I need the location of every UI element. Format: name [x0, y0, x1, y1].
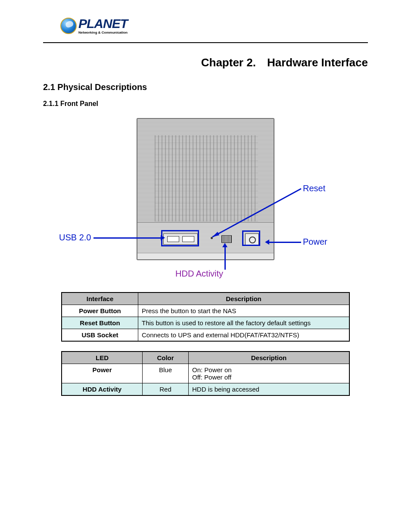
- header-divider: [43, 42, 368, 43]
- callout-label-hdd-activity: HDD Activity: [175, 269, 223, 279]
- arrow-icon: [222, 243, 227, 247]
- callout-line: [93, 237, 162, 239]
- table-row: PowerBlueOn: Power on Off: Power off: [62, 364, 349, 383]
- row-color: Blue: [143, 364, 189, 383]
- row-label: Reset Button: [62, 317, 138, 329]
- callout-box-power: [242, 230, 260, 246]
- table-header: LED: [62, 352, 143, 364]
- device-foot: [137, 253, 274, 259]
- callout-label-usb: USB 2.0: [59, 233, 91, 243]
- table-row: Power ButtonPress the button to start th…: [62, 305, 349, 317]
- row-color: Red: [143, 383, 189, 396]
- table-header: Interface: [62, 292, 138, 305]
- hdd-activity-led: [221, 235, 232, 243]
- interface-table: Interface Description Power ButtonPress …: [61, 292, 350, 342]
- row-label: HDD Activity: [62, 383, 143, 396]
- callout-line: [224, 246, 226, 270]
- led-table: LED Color Description PowerBlueOn: Power…: [61, 351, 350, 396]
- callout-line: [269, 242, 301, 243]
- arrow-icon: [265, 240, 269, 245]
- brand-name: PLANET: [78, 17, 128, 30]
- callout-label-reset: Reset: [303, 184, 325, 193]
- vent-pattern: [155, 135, 258, 221]
- brand-logo: PLANET Networking & Communication: [60, 17, 368, 34]
- table-row: Reset ButtonThis button is used to resto…: [62, 317, 349, 329]
- arrow-icon: [161, 235, 165, 240]
- row-value: This button is used to restore all the f…: [138, 317, 350, 329]
- table-header: Description: [138, 292, 350, 305]
- globe-icon: [60, 18, 77, 34]
- table-row: USB SocketConnects to UPS and external H…: [62, 329, 349, 342]
- section-heading: 2.1 Physical Descriptions: [43, 82, 368, 92]
- callout-label-power: Power: [303, 237, 327, 247]
- row-value: Press the button to start the NAS: [138, 305, 350, 317]
- table-header: Description: [189, 352, 350, 364]
- callout-box-usb: [161, 230, 199, 246]
- subsection-heading: 2.1.1 Front Panel: [43, 100, 368, 108]
- row-value: On: Power on Off: Power off: [189, 364, 350, 383]
- row-value: Connects to UPS and external HDD(FAT/FAT…: [138, 329, 350, 342]
- row-label: Power: [62, 364, 143, 383]
- row-value: HDD is being accessed: [189, 383, 350, 396]
- reset-pinhole: [211, 237, 213, 239]
- table-header: Color: [143, 352, 189, 364]
- chapter-title: Chapter 2. Hardware Interface: [43, 56, 368, 69]
- table-row: HDD ActivityRedHDD is being accessed: [62, 383, 349, 396]
- row-label: USB Socket: [62, 329, 138, 342]
- row-label: Power Button: [62, 305, 138, 317]
- front-panel-diagram: USB 2.0 Reset Power HDD Activity: [59, 118, 352, 282]
- brand-tagline: Networking & Communication: [78, 31, 128, 34]
